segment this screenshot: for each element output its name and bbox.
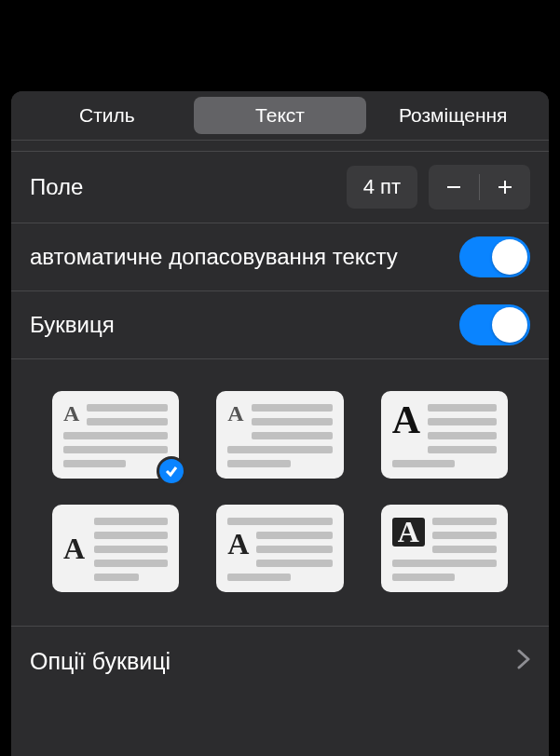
- dropcap-options-row[interactable]: Опції буквиці: [11, 627, 549, 696]
- margin-decrease-button[interactable]: [429, 165, 479, 209]
- dropcap-style-5[interactable]: A: [216, 505, 343, 592]
- margin-increase-button[interactable]: [480, 165, 530, 209]
- dropcap-style-6[interactable]: A: [381, 505, 508, 592]
- tab-arrange[interactable]: Розміщення: [366, 97, 540, 134]
- dropcap-style-grid: A A: [11, 359, 549, 627]
- chevron-right-icon: [517, 647, 530, 676]
- dropcap-row: Буквиця: [11, 291, 549, 359]
- dropcap-options-label: Опції буквиці: [30, 648, 517, 675]
- margin-stepper: [429, 165, 530, 209]
- autofit-row: автоматичне допасовування тексту: [11, 223, 549, 291]
- dropcap-toggle[interactable]: [459, 304, 530, 345]
- tab-text[interactable]: Текст: [194, 97, 367, 134]
- autofit-label: автоматичне допасовування тексту: [30, 243, 459, 271]
- dropcap-style-1[interactable]: A: [52, 391, 179, 479]
- dropcap-style-2[interactable]: A: [216, 391, 343, 479]
- margin-row: Поле 4 пт: [11, 152, 549, 223]
- selected-check-icon: [157, 456, 186, 486]
- margin-value[interactable]: 4 пт: [347, 166, 417, 209]
- dropcap-label: Буквиця: [30, 312, 459, 338]
- dropcap-style-4[interactable]: A: [52, 505, 179, 592]
- margin-label: Поле: [30, 174, 347, 200]
- dropcap-style-3[interactable]: A: [381, 391, 508, 479]
- autofit-toggle[interactable]: [459, 236, 530, 277]
- tab-style[interactable]: Стиль: [20, 97, 194, 134]
- format-tabs: Стиль Текст Розміщення: [11, 91, 549, 140]
